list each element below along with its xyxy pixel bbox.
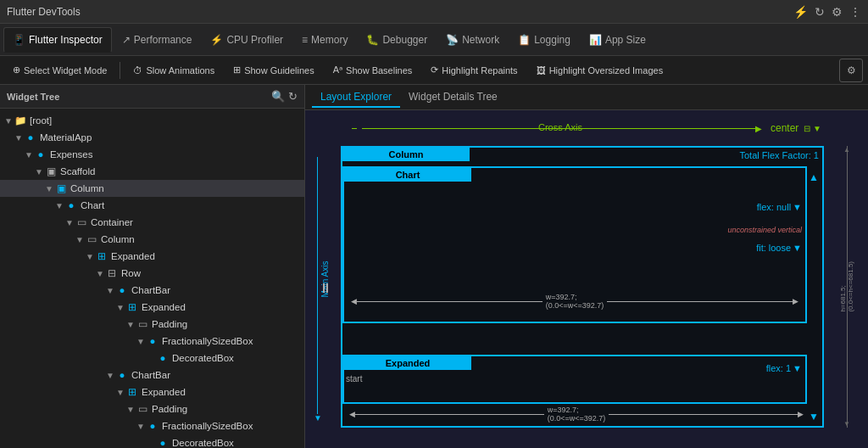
cross-axis-label: Cross Axis: [538, 122, 582, 132]
select-widget-icon: ⊕: [13, 64, 20, 76]
highlight-oversized-button[interactable]: 🖼 Highlight Oversized Images: [529, 62, 671, 79]
tree-item-label: DecoratedBox: [172, 438, 234, 448]
widget-details-tree-label: Widget Details Tree: [409, 91, 498, 103]
search-icon[interactable]: 🔍: [271, 90, 285, 103]
cross-axis-dropdown[interactable]: ⊟ ▼: [804, 124, 821, 133]
tree-item-label: Expanded: [142, 387, 186, 397]
refresh-icon[interactable]: ↻: [815, 5, 825, 19]
tab-debugger[interactable]: 🐛 Debugger: [358, 27, 436, 53]
tree-item[interactable]: ▼▭Container: [0, 214, 304, 231]
memory-icon: ≡: [302, 34, 308, 46]
tree-expand-arrow[interactable]: ▼: [136, 422, 146, 431]
tree-expand-arrow[interactable]: ▼: [136, 337, 146, 346]
tree-expand-arrow[interactable]: ▼: [105, 286, 115, 295]
tree-item[interactable]: ▼●FractionallySizedBox: [0, 333, 304, 350]
tree-item-label: ChartBar: [131, 370, 170, 380]
tree-expand-arrow[interactable]: ▼: [115, 388, 125, 397]
fit-loose-dropdown[interactable]: ▼: [793, 243, 802, 253]
tab-app-size[interactable]: 📊 App Size: [581, 27, 654, 53]
toolbar: ⊕ Select Widget Mode ⏱ Slow Animations ⊞…: [0, 56, 868, 85]
show-guidelines-button[interactable]: ⊞ Show Guidelines: [225, 61, 322, 79]
tree-item-icon: ⊞: [125, 301, 139, 313]
select-widget-mode-button[interactable]: ⊕ Select Widget Mode: [5, 61, 114, 79]
tree-expand-arrow[interactable]: ▼: [115, 303, 125, 312]
more-icon[interactable]: ⋮: [849, 5, 861, 19]
tab-cpu-profiler[interactable]: ⚡ CPU Profiler: [202, 27, 292, 53]
tree-item[interactable]: ●DecoratedBox: [0, 434, 304, 448]
tree-expand-arrow[interactable]: ▼: [24, 150, 34, 160]
tab-flutter-inspector[interactable]: 📱 Flutter Inspector: [3, 27, 112, 53]
tree-item[interactable]: ▼●MaterialApp: [0, 129, 304, 146]
tree-item[interactable]: ●DecoratedBox: [0, 350, 304, 367]
guidelines-label: Show Guidelines: [244, 65, 314, 76]
tab-network[interactable]: 📡 Network: [437, 27, 508, 53]
lightning-icon[interactable]: ⚡: [793, 5, 808, 19]
highlight-repaints-button[interactable]: ⟳ Highlight Repaints: [423, 61, 525, 79]
tree-item[interactable]: ▼●Chart: [0, 197, 304, 214]
tree-item[interactable]: ▼▣Column: [0, 180, 304, 197]
settings-icon[interactable]: ⚙: [832, 5, 843, 19]
layout-explorer-label: Layout Explorer: [320, 91, 392, 103]
flex-null-dropdown[interactable]: ▼: [793, 202, 802, 212]
show-baselines-button[interactable]: Aᵃ Show Baselines: [326, 61, 420, 79]
tree-expand-arrow[interactable]: ▼: [95, 269, 105, 278]
tree-item[interactable]: ▼⊞Expanded: [0, 299, 304, 316]
cross-axis-value: center: [771, 122, 798, 134]
tree-item[interactable]: ▼●Expenses: [0, 146, 304, 163]
tree-item[interactable]: ▼⊞Expanded: [0, 384, 304, 400]
total-flex-label: Total Flex Factor: 1: [739, 150, 819, 160]
title-bar-actions: ⚡ ↻ ⚙ ⋮: [793, 5, 861, 19]
width-dimension: ◀ w=392.7;(0.0<=w<=392.7) ▶: [351, 293, 798, 310]
tab-widget-details-tree[interactable]: Widget Details Tree: [400, 87, 506, 108]
tree-expand-arrow[interactable]: ▼: [54, 201, 64, 210]
tree-item[interactable]: ▼▭Padding: [0, 316, 304, 333]
repaints-label: Highlight Repaints: [442, 65, 517, 76]
height-annotation: h=681.5;(0.0<=h<=681.5) ▲ ▼: [829, 146, 865, 428]
scroll-down-button[interactable]: ▼: [809, 411, 819, 423]
column-header-label: Column: [342, 148, 470, 161]
flex-one-dropdown[interactable]: ▼: [793, 363, 802, 373]
oversized-icon: 🖼: [537, 65, 546, 76]
scroll-up-button[interactable]: ▲: [809, 171, 819, 183]
select-widget-label: Select Widget Mode: [24, 65, 107, 76]
main-content: Widget Tree 🔍 ↻ ▼📁[root]▼●MaterialApp▼●E…: [0, 85, 868, 448]
tree-expand-arrow[interactable]: ▼: [125, 405, 136, 414]
refresh-tree-icon[interactable]: ↻: [288, 90, 298, 103]
pause-button[interactable]: ⏸: [319, 281, 332, 296]
tree-expand-arrow[interactable]: ▼: [64, 218, 75, 227]
tree-item-icon: ▭: [136, 403, 149, 415]
tree-item[interactable]: ▼⊞Expanded: [0, 248, 304, 265]
tree-item[interactable]: ▼●ChartBar: [0, 367, 304, 384]
tree-expand-arrow[interactable]: ▼: [75, 235, 85, 244]
settings-button[interactable]: ⚙: [839, 59, 863, 82]
tab-performance[interactable]: ↗ Performance: [114, 27, 201, 53]
tree-expand-arrow[interactable]: ▼: [44, 184, 54, 193]
tab-layout-explorer[interactable]: Layout Explorer: [312, 87, 400, 108]
tree-expand-arrow[interactable]: ▼: [125, 320, 136, 329]
tree-item-icon: ●: [146, 336, 159, 346]
tree-expand-arrow[interactable]: ▼: [85, 252, 95, 261]
tree-expand-arrow[interactable]: ▼: [34, 167, 44, 176]
guidelines-icon: ⊞: [233, 64, 241, 76]
start-label: start: [346, 374, 362, 384]
flex-null-label: flex: null ▼: [757, 202, 802, 212]
tab-memory[interactable]: ≡ Memory: [293, 27, 356, 53]
tree-item[interactable]: ▼●ChartBar: [0, 282, 304, 299]
tree-expand-arrow[interactable]: ▼: [105, 371, 115, 380]
tree-item[interactable]: ▼▭Column: [0, 231, 304, 248]
slow-animations-button[interactable]: ⏱ Slow Animations: [125, 62, 222, 79]
tree-item[interactable]: ▼▭Padding: [0, 400, 304, 417]
tree-item[interactable]: ▼●FractionallySizedBox: [0, 417, 304, 434]
tree-item-icon: ▭: [136, 318, 149, 330]
tree-item[interactable]: ▼⊟Row: [0, 265, 304, 282]
tab-logging[interactable]: 📋 Logging: [509, 27, 579, 53]
tree-expand-arrow[interactable]: ▼: [14, 133, 24, 143]
tree-item[interactable]: ▼📁[root]: [0, 112, 304, 129]
chart-label: Chart: [344, 168, 471, 182]
tree-item[interactable]: ▼▣Scaffold: [0, 163, 304, 180]
tree-expand-arrow[interactable]: ▼: [3, 116, 14, 126]
tree-item-label: Expanded: [111, 251, 155, 261]
tree-item-icon: ●: [156, 438, 170, 448]
tree-item-icon: ⊞: [95, 250, 108, 262]
tree-item-label: Expenses: [50, 149, 93, 160]
